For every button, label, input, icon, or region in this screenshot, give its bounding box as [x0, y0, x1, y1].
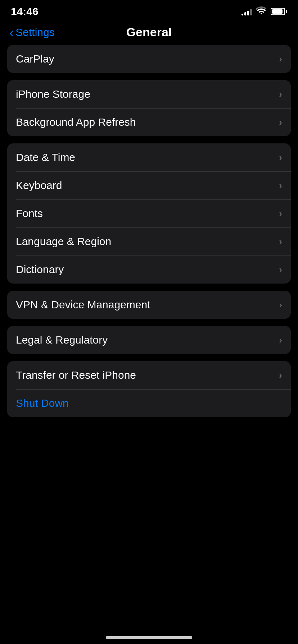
nav-bar: ‹ Settings General — [0, 22, 298, 45]
back-chevron-icon: ‹ — [9, 26, 13, 38]
chevron-right-icon: › — [279, 117, 282, 128]
settings-label-carplay: CarPlay — [16, 53, 54, 65]
home-indicator — [106, 636, 192, 639]
battery-icon — [271, 8, 287, 15]
chevron-right-icon: › — [279, 264, 282, 275]
settings-label-language-region: Language & Region — [16, 235, 111, 248]
settings-label-fonts: Fonts — [16, 207, 43, 220]
settings-label-iphone-storage: iPhone Storage — [16, 88, 90, 100]
settings-label-keyboard: Keyboard — [16, 179, 62, 192]
chevron-right-icon: › — [279, 335, 282, 346]
chevron-right-icon: › — [279, 299, 282, 310]
settings-group-group-vpn: VPN & Device Management› — [7, 291, 291, 319]
settings-group-group-locale: Date & Time›Keyboard›Fonts›Language & Re… — [7, 143, 291, 284]
settings-group-group-carplay: CarPlay› — [7, 45, 291, 73]
back-button[interactable]: ‹ Settings — [9, 26, 55, 38]
settings-label-transfer-reset: Transfer or Reset iPhone — [16, 369, 136, 381]
page-title: General — [126, 25, 172, 39]
settings-label-vpn-device-management: VPN & Device Management — [16, 299, 150, 311]
settings-label-shut-down: Shut Down — [16, 397, 69, 409]
status-icons — [241, 6, 287, 17]
settings-group-group-reset: Transfer or Reset iPhone›Shut Down — [7, 361, 291, 417]
settings-row-keyboard[interactable]: Keyboard› — [7, 171, 291, 199]
chevron-right-icon: › — [279, 370, 282, 381]
settings-row-iphone-storage[interactable]: iPhone Storage› — [7, 80, 291, 108]
settings-row-carplay[interactable]: CarPlay› — [7, 45, 291, 73]
settings-label-legal-regulatory: Legal & Regulatory — [16, 334, 108, 346]
chevron-right-icon: › — [279, 89, 282, 100]
settings-label-background-app-refresh: Background App Refresh — [16, 116, 136, 128]
settings-content: CarPlay›iPhone Storage›Background App Re… — [0, 45, 298, 417]
settings-row-background-app-refresh[interactable]: Background App Refresh› — [7, 108, 291, 136]
settings-row-transfer-reset[interactable]: Transfer or Reset iPhone› — [7, 361, 291, 389]
wifi-icon — [256, 6, 266, 17]
settings-row-shut-down[interactable]: Shut Down — [7, 389, 291, 417]
settings-row-date-time[interactable]: Date & Time› — [7, 143, 291, 171]
settings-label-date-time: Date & Time — [16, 151, 75, 164]
settings-row-language-region[interactable]: Language & Region› — [7, 227, 291, 256]
settings-group-group-storage: iPhone Storage›Background App Refresh› — [7, 80, 291, 136]
chevron-right-icon: › — [279, 208, 282, 219]
back-label: Settings — [15, 26, 54, 38]
settings-row-vpn-device-management[interactable]: VPN & Device Management› — [7, 291, 291, 319]
status-bar: 14:46 — [0, 0, 298, 22]
settings-row-fonts[interactable]: Fonts› — [7, 199, 291, 227]
chevron-right-icon: › — [279, 236, 282, 247]
chevron-right-icon: › — [279, 54, 282, 65]
settings-row-legal-regulatory[interactable]: Legal & Regulatory› — [7, 326, 291, 354]
status-time: 14:46 — [11, 5, 39, 18]
signal-icon — [241, 8, 252, 15]
chevron-right-icon: › — [279, 180, 282, 191]
settings-label-dictionary: Dictionary — [16, 263, 64, 276]
settings-row-dictionary[interactable]: Dictionary› — [7, 256, 291, 284]
settings-group-group-legal: Legal & Regulatory› — [7, 326, 291, 354]
chevron-right-icon: › — [279, 152, 282, 163]
